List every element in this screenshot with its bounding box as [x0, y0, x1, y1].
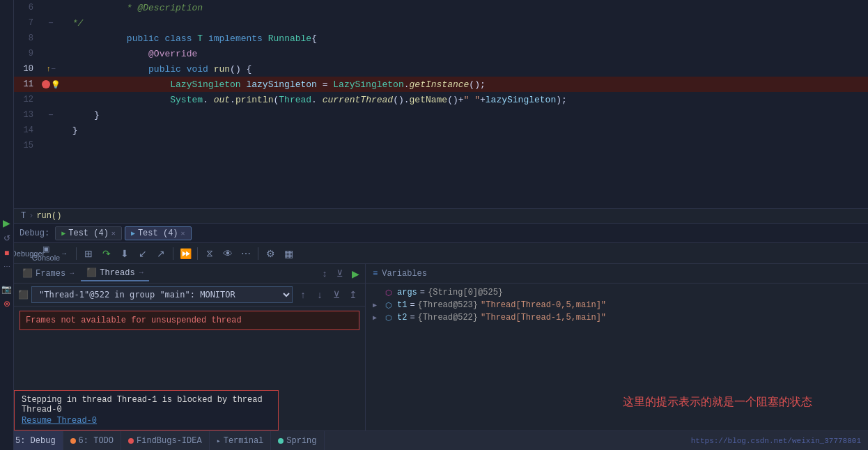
debug-toolbar: Debugger ▣ Console → ⊞ ↷ ⬇ ↙ ↗ ⏩ ⧖ 👁 ⋯ ⚙…	[14, 243, 868, 264]
debug-tab-2[interactable]: ▶ Test (4) ✕	[125, 226, 192, 240]
step-into-btn[interactable]: ⬇	[116, 245, 133, 262]
force-step-into-btn[interactable]: ↙	[134, 245, 151, 262]
frames-tab-label: Frames	[36, 269, 65, 279]
line-number-6: 6	[14, 3, 40, 13]
var-t2-value: "Thread[Thread-1,5,main]"	[481, 313, 606, 323]
bottom-tab-spring-label: Spring	[286, 436, 316, 446]
line-number-15: 15	[14, 141, 40, 150]
notification-text: Stepping in thread Thread-1 is blocked b…	[22, 395, 271, 414]
bottom-tab-todo-label: 6: TODO	[79, 436, 114, 446]
var-t2-expand[interactable]: ▶	[373, 313, 382, 322]
toolbar-sep-3	[197, 247, 198, 260]
sidebar-settings-btn[interactable]: ⊗	[2, 297, 12, 310]
bottom-tab-todo[interactable]: 6: TODO	[63, 431, 121, 450]
line-number-14: 14	[14, 125, 40, 135]
fold-small-icon[interactable]: ─	[52, 65, 55, 72]
sidebar-more-btn[interactable]: ⋯	[2, 261, 12, 272]
sidebar-run-btn[interactable]: ▶	[1, 216, 12, 230]
var-args-name: args	[397, 288, 417, 297]
restore-layout-btn[interactable]: ⊞	[80, 245, 97, 262]
toolbar-sep-4	[258, 247, 258, 260]
line-gutter-7: ─	[40, 20, 61, 27]
var-t1-name: t1	[397, 300, 407, 310]
line-number-9: 9	[14, 49, 40, 59]
sidebar-cam-btn[interactable]: 📷	[0, 283, 13, 295]
step-over-btn[interactable]: ↷	[98, 245, 115, 262]
fold-icon-13[interactable]: ─	[49, 111, 53, 119]
step-indicator: ↑	[46, 65, 51, 73]
console-arrow-btn[interactable]: →	[56, 245, 72, 262]
sidebar-resume-btn[interactable]: ↺	[2, 232, 12, 245]
variables-icon: ≡	[373, 269, 378, 279]
breadcrumb-method: run()	[36, 211, 61, 221]
code-content-14: }	[61, 125, 868, 136]
var-t2-name: t2	[397, 313, 407, 323]
breakpoint-dot[interactable]	[42, 80, 50, 88]
error-text: Frames not available for unsuspended thr…	[26, 316, 353, 325]
console-tab-btn[interactable]: ▣ Console	[38, 245, 54, 262]
resume-thread-btn[interactable]: ▶	[348, 267, 362, 281]
breadcrumb: T › run()	[14, 209, 868, 224]
var-t1-value: "Thread[Thread-0,5,main]"	[481, 300, 606, 310]
panel-actions: ↕ ⊻ ▶	[318, 267, 362, 281]
threads-icon: ⬛	[86, 267, 97, 278]
var-t2: ▶ ⬡ t2 = {Thread@522} "Thread[Thread-1,5…	[366, 311, 868, 324]
terminal-icon: ▸	[217, 437, 221, 445]
line-number-8: 8	[14, 33, 40, 43]
tab-1-run-icon: ▶	[61, 229, 65, 238]
error-box: Frames not available for unsuspended thr…	[20, 311, 359, 330]
code-line-12: 12 System. out.println(Thread. currentTh…	[14, 92, 868, 107]
sidebar-stop-btn[interactable]: ■	[3, 247, 10, 259]
code-line-14: 14 }	[14, 123, 868, 138]
variables-header: ≡ Variables	[366, 264, 868, 284]
breadcrumb-class: T	[21, 211, 26, 221]
debug-tabs-bar: Debug: ▶ Test (4) ✕ ▶ Test (4) ✕	[14, 224, 868, 243]
thread-export-btn[interactable]: ↥	[346, 287, 361, 302]
var-t2-type-icon: ⬡	[385, 313, 392, 323]
var-t1: ▶ ⬡ t1 = {Thread@523} "Thread[Thread-0,5…	[366, 299, 868, 311]
thread-action-btns: ↑ ↓ ⊻ ↥	[295, 287, 361, 302]
frames-tab[interactable]: ⬛ Frames →	[17, 266, 79, 281]
more-btn-2[interactable]: ⋯	[238, 245, 254, 262]
frames-icon: ⬛	[22, 268, 33, 279]
fold-icon-7[interactable]: ─	[49, 20, 53, 27]
panel-tabs: ⬛ Frames → ⬛ Threads → ↕ ⊻ ▶	[14, 264, 365, 284]
line-gutter-10: ↑ ─	[40, 65, 61, 73]
debug-tab-1-close[interactable]: ✕	[111, 229, 116, 238]
variable-tree: ⬡ args = {String[0]@525} ▶ ⬡ t1 = {Threa…	[366, 284, 868, 450]
bottom-tab-debug-label: 5: Debug	[15, 436, 56, 446]
watch-btn[interactable]: 👁	[219, 245, 236, 262]
thread-dropdown[interactable]: "Thread-1"@522 in group "main": MONITOR	[31, 286, 293, 303]
filter-threads-btn[interactable]: ⊻	[333, 267, 347, 281]
bottom-bar: 5: Debug 6: TODO FindBugs-IDEA ▸ Termina…	[0, 430, 868, 450]
breadcrumb-separator: ›	[29, 211, 33, 221]
debug-tab-2-close[interactable]: ✕	[181, 229, 185, 238]
notification-link[interactable]: Resume Thread-0	[22, 416, 271, 426]
code-content-13: }	[61, 110, 868, 121]
bottom-tab-findbugs[interactable]: FindBugs-IDEA	[121, 431, 210, 450]
chinese-annotation: 这里的提示表示的就是一个阻塞的状态	[623, 395, 812, 410]
line-number-7: 7	[14, 18, 40, 28]
bottom-tabs: 5: Debug 6: TODO FindBugs-IDEA ▸ Termina…	[0, 431, 325, 450]
step-out-btn[interactable]: ↗	[153, 245, 169, 262]
line-number-11: 11	[14, 79, 40, 89]
bottom-tab-terminal-label: Terminal	[224, 436, 264, 446]
threads-tab[interactable]: ⬛ Threads →	[81, 265, 148, 281]
thread-down-btn[interactable]: ↓	[312, 287, 327, 302]
var-args-type-icon: ⬡	[385, 288, 392, 297]
line-number-12: 12	[14, 95, 40, 104]
debug-tab-2-label: Test (4)	[138, 228, 178, 238]
bottom-tab-spring[interactable]: Spring	[271, 431, 324, 450]
sort-threads-btn[interactable]: ↕	[318, 267, 332, 281]
notification-box: Stepping in thread Thread-1 is blocked b…	[14, 390, 279, 430]
debug-tab-1[interactable]: ▶ Test (4) ✕	[55, 226, 122, 240]
thread-filter-btn[interactable]: ⊻	[329, 287, 344, 302]
evaluate-btn[interactable]: ⧖	[201, 245, 218, 262]
spring-dot	[278, 438, 284, 444]
settings-btn-2[interactable]: ⚙	[262, 245, 279, 262]
bottom-tab-terminal[interactable]: ▸ Terminal	[210, 431, 272, 450]
thread-up-btn[interactable]: ↑	[295, 287, 311, 302]
var-t1-expand[interactable]: ▶	[373, 301, 382, 309]
run-to-cursor-btn[interactable]: ⏩	[177, 245, 194, 262]
layout-btn[interactable]: ▦	[280, 245, 297, 262]
